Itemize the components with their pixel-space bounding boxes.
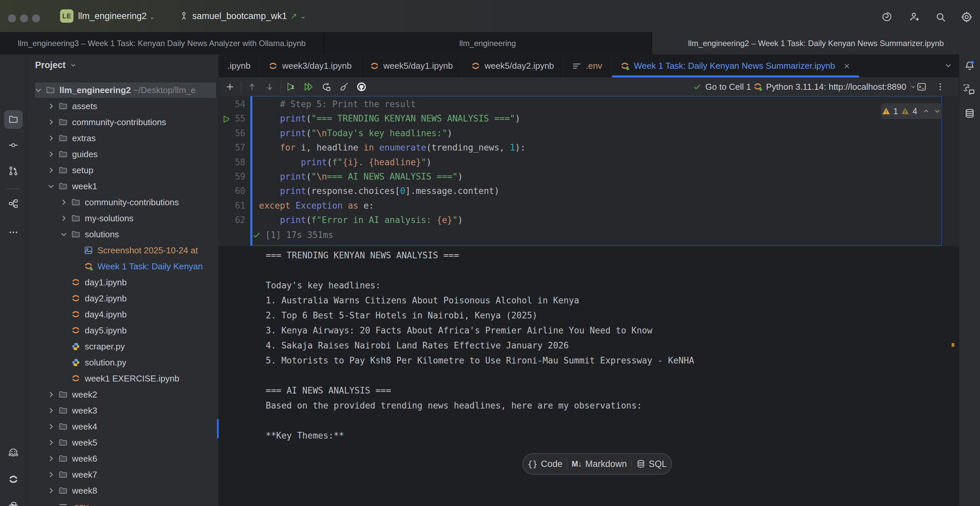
go-to-cell-widget[interactable]: Go to Cell 1 [693,78,751,96]
tree-item-week1[interactable]: week1 [27,178,219,194]
inspections-widget[interactable]: 1 4 [881,103,942,119]
window-tab-llm-engineering[interactable]: llm_engineering [324,32,652,54]
vcs-branch-widget[interactable]: samuel_bootcamp_wk1 ↗ ⌄ [179,0,306,32]
tree-item-day4-ipynb[interactable]: day4.ipynb [27,306,219,322]
tree-item-week4[interactable]: week4 [27,418,219,434]
chevron-right-icon[interactable] [46,165,56,175]
tree-item-guides[interactable]: guides [27,146,219,162]
move-cell-up-button[interactable] [245,80,259,94]
chevron-right-icon[interactable] [46,453,56,464]
prev-warning-icon[interactable] [922,107,931,116]
tree-item-week7[interactable]: week7 [27,466,219,483]
tree-item-llm-engineering2[interactable]: llm_engineering2 ~/Desktop/llm_e [27,82,219,98]
ai-chat-button[interactable] [963,84,976,97]
window-minimize-button[interactable] [20,14,28,22]
jupyter-run-icon [83,261,94,271]
warning-count-strong: 1 [894,107,898,116]
chevron-right-icon[interactable] [46,133,56,143]
add-markdown-cell-button[interactable]: M↓ Markdown [570,459,629,469]
run-line-icon[interactable] [221,114,231,124]
tool-structure-button[interactable] [4,194,23,213]
window-zoom-button[interactable] [32,14,40,22]
window-tab-llm-engineering3-week-1-task-kenyan-dail[interactable]: llm_engineering3 – Week 1 Task: Kenyan D… [0,32,324,54]
chevron-right-icon[interactable] [59,213,69,223]
move-cell-down-button[interactable] [263,80,276,94]
chevron-down-icon[interactable] [33,85,43,95]
search-icon[interactable] [935,11,947,23]
tree-item-assets[interactable]: assets [27,98,219,114]
tree-item-day2-ipynb[interactable]: day2.ipynb [27,290,219,306]
restart-kernel-button[interactable] [320,80,333,94]
tree-item-scraper-py[interactable]: scraper.py [27,339,219,355]
tree-item-day5-ipynb[interactable]: day5.ipynb [27,322,219,339]
tool-jupyter-button[interactable] [4,470,23,488]
tree-item-week8[interactable]: week8 [27,483,219,499]
notifications-button[interactable] [963,59,976,72]
tool-pull-requests-button[interactable] [4,162,23,180]
chevron-right-icon[interactable] [46,406,56,415]
database-tool-button[interactable] [963,107,976,121]
tab-week5-day1-ipynb[interactable]: week5/day1.ipynb [361,54,462,78]
tree-item-week3[interactable]: week3 [27,403,219,418]
window-close-button[interactable] [8,14,16,22]
gear-icon[interactable] [961,11,973,23]
toolbar-more-button[interactable] [934,80,947,94]
tab-env[interactable]: .env [563,54,611,78]
project-panel-header[interactable]: Project [35,54,77,76]
tool-commit-button[interactable] [4,136,23,154]
tree-item-solution-py[interactable]: solution.py [27,355,219,371]
tool-more-button[interactable] [4,223,23,242]
chevron-right-icon[interactable] [59,197,69,207]
tree-item-env[interactable]: .env [27,499,219,506]
tree-item-label: week1 [72,178,97,194]
tool-python-console-button[interactable] [4,497,23,506]
tree-item-setup[interactable]: setup [27,162,219,178]
chevron-right-icon[interactable] [46,422,56,431]
add-code-cell-button[interactable]: {} Code [525,459,565,469]
ai-assistant-icon[interactable] [881,11,892,22]
tree-item-week6[interactable]: week6 [27,450,219,466]
tree-item-week2[interactable]: week2 [27,387,219,403]
tree-item-day1-ipynb[interactable]: day1.ipynb [27,274,219,290]
hidden-tabs-chevron[interactable] [938,61,959,72]
tool-huggingface-button[interactable] [4,444,23,462]
cell-code[interactable]: # Step 5: Print the result print("=== TR… [259,97,525,228]
tree-item-my-solutions[interactable]: my-solutions [27,210,219,226]
add-cell-button[interactable] [223,80,237,94]
next-warning-icon[interactable] [933,107,942,116]
project-name-menu[interactable]: llm_engineering2 ⌄ [78,0,155,33]
tree-item-screenshot-2025-10-24-at[interactable]: Screenshot 2025-10-24 at [27,242,219,258]
chevron-down-icon[interactable] [46,181,56,191]
chevron-right-icon[interactable] [46,117,56,127]
chevron-down-icon[interactable] [59,229,69,239]
chevron-right-icon[interactable] [46,101,56,111]
tree-item-week1-exercise-ipynb[interactable]: week1 EXERCISE.ipynb [27,371,219,387]
github-button[interactable] [355,80,368,94]
chevron-right-icon[interactable] [46,390,56,399]
chevron-right-icon[interactable] [46,149,56,159]
tree-item-community-contributions[interactable]: community-contributions [27,194,219,210]
open-console-button[interactable] [915,80,928,94]
tree-item-extras[interactable]: extras [27,130,219,146]
tree-item-solutions[interactable]: solutions [27,226,219,242]
add-user-icon[interactable] [908,11,921,23]
tab-week5-day2-ipynb[interactable]: week5/day2.ipynb [462,54,563,78]
tree-item-community-contributions[interactable]: community-contributions [27,114,219,130]
error-stripe-mark[interactable] [951,343,954,347]
clear-outputs-button[interactable] [337,80,350,94]
tree-item-week5[interactable]: week5 [27,434,219,450]
tab-week3-day1-ipynb[interactable]: week3/day1.ipynb [259,54,361,78]
kernel-selector[interactable]: Python 3.11.14: http://localhost:8890 [753,78,917,96]
chevron-right-icon[interactable] [46,485,56,496]
tab-ipynb[interactable]: .ipynb [219,54,259,78]
chevron-right-icon[interactable] [46,438,56,447]
tool-project-button[interactable] [4,110,23,129]
run-cell-button[interactable] [284,80,298,94]
close-icon[interactable] [843,62,851,70]
window-tab-llm-engineering2-week-1-task-daily-kenya[interactable]: llm_engineering2 – Week 1 Task: Daily Ke… [652,32,980,54]
tree-item-week-1-task-daily-kenyan[interactable]: Week 1 Task: Daily Kenyan [27,258,219,274]
run-all-cells-button[interactable] [302,80,315,94]
chevron-right-icon[interactable] [46,469,56,480]
tab-week-1-task-daily-kenyan-news-summarizer-ipynb[interactable]: Week 1 Task: Daily Kenyan News Summarize… [611,54,860,78]
add-sql-cell-button[interactable]: SQL [634,459,669,469]
